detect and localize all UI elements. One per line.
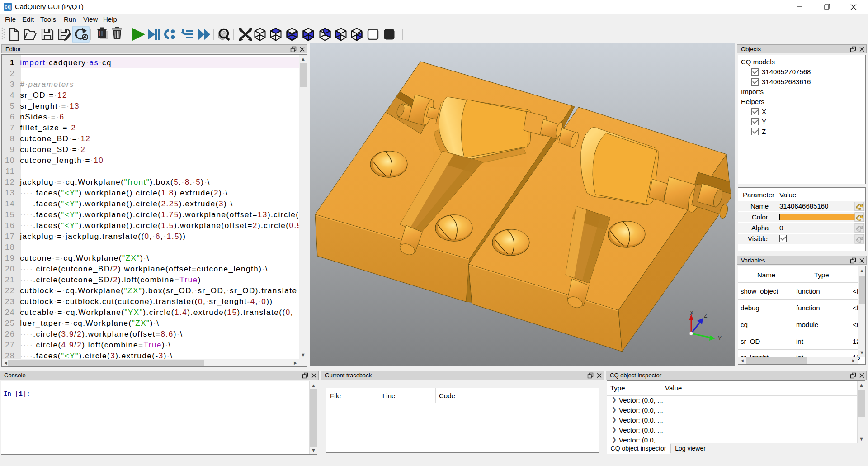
svg-text:X: X (690, 310, 693, 316)
svg-text:Y: Y (718, 335, 722, 342)
svg-text:Z: Z (704, 313, 707, 319)
